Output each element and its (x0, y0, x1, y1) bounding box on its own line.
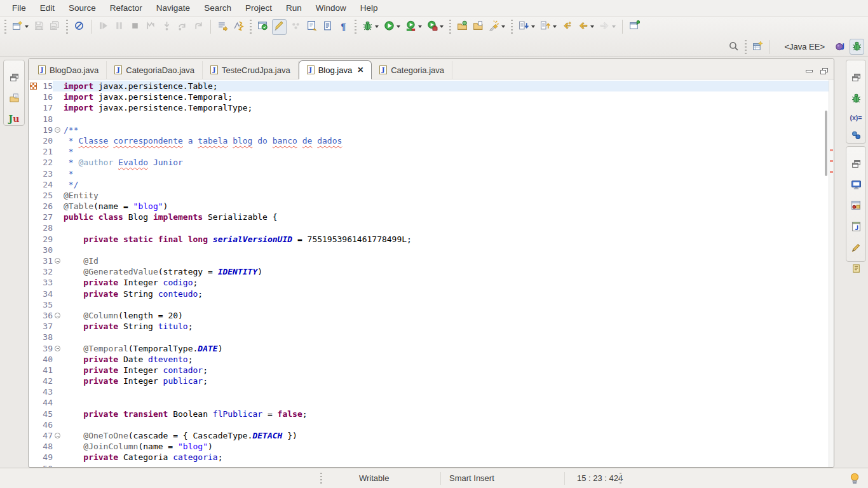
line-number[interactable]: 39 (37, 343, 53, 354)
code-line-21[interactable]: 21 * (29, 146, 834, 157)
code-line-43[interactable]: 43 (29, 386, 834, 397)
overview-annotation-mark[interactable] (830, 171, 833, 173)
selection-doc-button[interactable] (321, 19, 334, 35)
fold-column[interactable] (53, 354, 62, 365)
fold-column[interactable] (53, 168, 62, 179)
line-number[interactable]: 21 (37, 146, 53, 157)
code-line-47[interactable]: 47 @OneToOne(cascade = { CascadeType.DET… (29, 430, 834, 441)
gutter-marker-column[interactable] (29, 255, 37, 266)
collapse-icon[interactable] (55, 313, 60, 318)
line-number[interactable]: 28 (37, 222, 53, 233)
fold-column[interactable] (53, 365, 62, 376)
new-wizard-button[interactable] (11, 19, 30, 35)
fold-column[interactable] (53, 157, 62, 168)
gutter-marker-column[interactable] (29, 365, 37, 376)
code-text[interactable]: import javax.persistence.Table; (62, 81, 834, 92)
code-line-30[interactable]: 30 (29, 245, 834, 255)
gutter-marker-column[interactable] (29, 419, 37, 430)
code-text[interactable]: private transient Boolean flPublicar = f… (62, 409, 834, 419)
code-line-33[interactable]: 33 private Integer codigo; (29, 277, 834, 288)
fold-column[interactable] (53, 397, 62, 408)
dropdown-arrow-icon[interactable] (531, 25, 535, 28)
code-text[interactable]: @GeneratedValue(strategy = IDENTITY) (62, 266, 834, 277)
line-number[interactable]: 19 (37, 125, 53, 135)
code-text[interactable]: @Temporal(TemporalType.DATE) (62, 343, 834, 354)
fold-column[interactable] (53, 452, 62, 463)
line-number[interactable]: 15 (37, 81, 53, 92)
line-number[interactable]: 24 (37, 179, 53, 190)
project-explorer-button[interactable] (8, 92, 21, 107)
line-number[interactable]: 17 (37, 102, 53, 113)
gutter-marker-column[interactable] (29, 157, 37, 168)
gutter-marker-column[interactable] (29, 222, 37, 233)
line-number[interactable]: 16 (37, 92, 53, 102)
code-line-49[interactable]: 49 private Categoria categoria; (29, 452, 834, 463)
code-text[interactable] (62, 397, 834, 408)
search-torch-button[interactable] (487, 19, 506, 35)
code-text[interactable] (62, 222, 834, 233)
dropdown-arrow-icon[interactable] (590, 25, 594, 28)
code-line-29[interactable]: 29 private static final long serialVersi… (29, 234, 834, 245)
code-line-48[interactable]: 48 @JoinColumn(name = "blog") (29, 441, 834, 452)
fold-column[interactable] (53, 125, 62, 135)
gutter-marker-column[interactable] (29, 245, 37, 255)
menu-item-edit[interactable]: Edit (33, 1, 62, 15)
gutter-marker-column[interactable] (29, 332, 37, 342)
code-line-22[interactable]: 22 * @author Evaldo Junior (29, 157, 834, 168)
gutter-marker-column[interactable] (29, 299, 37, 310)
code-line-35[interactable]: 35 (29, 299, 834, 310)
code-line-19[interactable]: 19/** (29, 125, 834, 135)
fold-column[interactable] (53, 463, 62, 467)
line-number[interactable]: 18 (37, 114, 53, 125)
code-line-28[interactable]: 28 (29, 222, 834, 233)
tab-categoria-java[interactable]: JCategoria.java (372, 61, 452, 79)
code-text[interactable] (62, 299, 834, 310)
code-text[interactable]: @Column(length = 20) (62, 310, 834, 321)
maximize-icon[interactable] (820, 68, 827, 74)
line-number[interactable]: 20 (37, 135, 53, 146)
gutter-marker-column[interactable] (29, 234, 37, 245)
code-text[interactable]: private static final long serialVersionU… (62, 234, 834, 245)
next-annotation-button[interactable] (517, 19, 536, 35)
dropdown-arrow-icon[interactable] (397, 25, 400, 28)
dropdown-arrow-icon[interactable] (553, 25, 557, 28)
declaration-button[interactable] (850, 241, 863, 256)
line-number[interactable]: 49 (37, 452, 53, 463)
fold-column[interactable] (53, 266, 62, 277)
line-number[interactable]: 31 (37, 255, 53, 266)
line-number[interactable]: 26 (37, 201, 53, 212)
dropdown-arrow-icon[interactable] (501, 25, 505, 28)
gutter-marker-column[interactable] (29, 376, 37, 386)
toolbar-drag-handle[interactable] (250, 20, 252, 34)
fold-column[interactable] (53, 190, 62, 201)
fold-column[interactable] (53, 146, 62, 157)
code-line-31[interactable]: 31 @Id (29, 255, 834, 266)
collapse-icon[interactable] (55, 346, 60, 351)
gutter-marker-column[interactable] (29, 343, 37, 354)
breakpoints-button[interactable] (850, 128, 863, 144)
menu-item-navigate[interactable]: Navigate (149, 1, 197, 15)
code-text[interactable]: private String titulo; (62, 321, 834, 332)
fold-column[interactable] (53, 409, 62, 419)
fold-column[interactable] (53, 114, 62, 125)
code-text[interactable]: @OneToOne(cascade = { CascadeType.DETACH… (62, 430, 834, 441)
gutter-marker-column[interactable] (29, 441, 37, 452)
toolbar-drag-handle[interactable] (745, 40, 747, 54)
gutter-marker-column[interactable] (29, 102, 37, 113)
dropdown-arrow-icon[interactable] (375, 25, 379, 28)
line-number[interactable]: 23 (37, 168, 53, 179)
code-line-23[interactable]: 23 * (29, 168, 834, 179)
web-browser-button[interactable] (256, 19, 269, 35)
dropdown-arrow-icon[interactable] (440, 25, 444, 28)
snippets-button[interactable] (850, 262, 863, 277)
jpa-sync-button[interactable] (216, 19, 229, 35)
line-number[interactable]: 33 (37, 277, 53, 288)
line-number[interactable]: 29 (37, 234, 53, 245)
code-line-36[interactable]: 36 @Column(length = 20) (29, 310, 834, 321)
code-text[interactable]: * (62, 168, 834, 179)
line-number[interactable]: 22 (37, 157, 53, 168)
fold-column[interactable] (53, 386, 62, 397)
code-line-16[interactable]: 16import javax.persistence.Temporal; (29, 92, 834, 102)
fold-column[interactable] (53, 92, 62, 102)
code-text[interactable]: private String conteudo; (62, 288, 834, 299)
